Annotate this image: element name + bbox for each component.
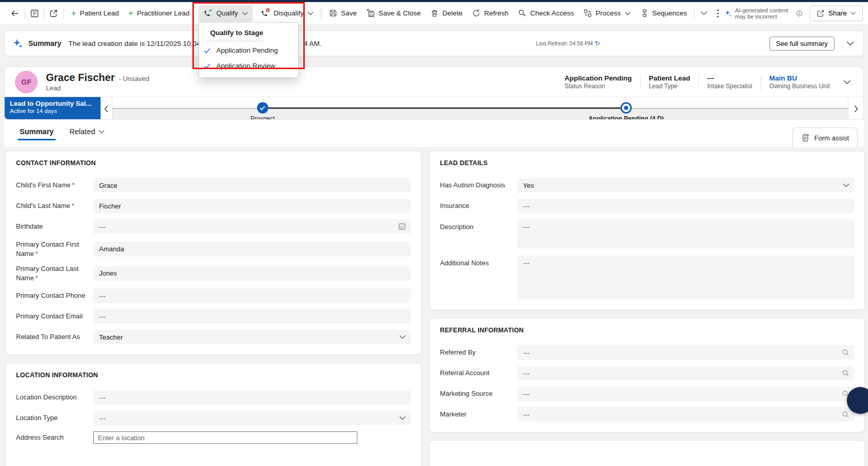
required-asterisk: * xyxy=(72,202,74,210)
summary-text: The lead creation date is 12/11/2025 10:… xyxy=(69,40,207,47)
see-full-summary-button[interactable]: See full summary xyxy=(769,37,834,51)
patient-lead-button[interactable]: + Patient Lead xyxy=(67,5,124,22)
menu-item-application-pending[interactable]: Application Pending xyxy=(199,43,298,58)
related-to-patient-as-select[interactable]: Teacher xyxy=(93,330,411,344)
record-unsaved-flag: - Unsaved xyxy=(119,75,149,83)
share-button[interactable]: Share xyxy=(810,6,863,21)
record-name-row: GF Grace Fischer - Unsaved Lead Applicat… xyxy=(5,67,863,97)
toolbar-separator xyxy=(694,8,695,19)
bpf-forward-button[interactable] xyxy=(848,97,863,120)
childs-first-name-field[interactable]: Grace xyxy=(93,178,411,192)
stage-current-dot xyxy=(620,102,632,114)
summary-refresh-icon[interactable]: ↻ xyxy=(595,40,600,47)
chevron-down-icon xyxy=(700,11,708,15)
practitioner-lead-label: Practitioner Lead xyxy=(137,9,189,17)
summary-text-continued: 4 AM. xyxy=(304,40,322,47)
save-button[interactable]: Save xyxy=(324,5,362,22)
referral-account-lookup[interactable]: --- xyxy=(517,366,854,380)
field-row: Description --- xyxy=(440,219,854,248)
field-row: Primary Contact Phone --- xyxy=(16,288,411,303)
menu-item-application-review[interactable]: Application Review xyxy=(199,59,298,73)
description-field[interactable]: --- xyxy=(517,219,854,248)
additional-notes-field[interactable]: --- xyxy=(517,255,854,299)
summary-collapse-chevron[interactable] xyxy=(846,41,854,46)
field-row: Child's First Name* Grace xyxy=(16,178,411,192)
field-label: Additional Notes xyxy=(440,255,517,268)
bpf-process-name: Lead to Opportunity Sal... xyxy=(10,100,95,107)
address-search-input[interactable] xyxy=(93,431,357,444)
section-title: LOCATION INFORMATION xyxy=(16,372,411,379)
record-header-card: GF Grace Fischer - Unsaved Lead Applicat… xyxy=(4,67,864,120)
date-picker-icon[interactable] xyxy=(398,223,406,231)
field-row: Has Autism Diagnosis Yes xyxy=(440,178,854,192)
header-collapse-chevron[interactable] xyxy=(843,79,851,85)
tab-related[interactable]: Related xyxy=(70,127,105,136)
tab-summary[interactable]: Summary xyxy=(20,127,54,136)
share-icon xyxy=(816,9,825,18)
search-icon[interactable] xyxy=(842,411,849,419)
record-headline-fields: Application Pending Status Reason Patien… xyxy=(556,74,853,90)
qualify-group: Qualify Qualify to Stage Application Pen… xyxy=(199,5,253,22)
bpf-track: Prospect Application Pending (4 D) xyxy=(112,97,863,120)
search-icon[interactable] xyxy=(842,349,849,357)
process-button[interactable]: Process xyxy=(579,5,635,22)
primary-contact-email-field[interactable]: --- xyxy=(93,309,411,324)
insurance-field[interactable]: --- xyxy=(517,199,854,213)
info-icon[interactable] xyxy=(796,10,803,17)
copilot-sparkle-icon xyxy=(13,38,23,49)
practitioner-lead-button[interactable]: + Practitioner Lead xyxy=(124,5,194,22)
referred-by-lookup[interactable]: --- xyxy=(517,345,854,360)
refresh-button[interactable]: Refresh xyxy=(467,5,513,22)
show-form-list-button[interactable] xyxy=(28,5,42,22)
headline-owning-business-unit[interactable]: Main BU Owning Business Unit xyxy=(761,74,838,90)
patient-lead-label: Patient Lead xyxy=(80,9,119,17)
toolbar-separator xyxy=(44,8,44,19)
back-button[interactable] xyxy=(8,5,22,22)
has-autism-diagnosis-select[interactable]: Yes xyxy=(517,178,854,192)
lead-details-section: LEAD DETAILS Has Autism Diagnosis Yes In… xyxy=(429,151,865,310)
refresh-icon xyxy=(472,9,481,18)
bpf-line-segment xyxy=(112,108,263,109)
chevron-down-icon xyxy=(625,11,631,15)
field-row: Marketing Source --- xyxy=(440,387,854,401)
field-label: Child's First Name* xyxy=(16,181,93,190)
delete-button[interactable]: Delete xyxy=(425,5,467,22)
primary-contact-last-name-field[interactable]: Jones xyxy=(93,266,411,281)
location-description-field[interactable]: --- xyxy=(93,390,411,405)
marketer-lookup[interactable]: --- xyxy=(517,407,854,422)
check-access-label: Check Access xyxy=(530,9,574,17)
save-close-icon xyxy=(366,9,375,18)
primary-contact-phone-field[interactable]: --- xyxy=(93,288,411,303)
bpf-active-stage-box[interactable]: Lead to Opportunity Sal... Active for 14… xyxy=(5,97,101,120)
right-column: LEAD DETAILS Has Autism Diagnosis Yes In… xyxy=(429,151,865,466)
chevron-down-icon xyxy=(307,11,314,15)
primary-contact-first-name-field[interactable]: Amanda xyxy=(93,242,411,256)
refresh-label: Refresh xyxy=(484,9,509,17)
bpf-stage-application-pending[interactable]: Application Pending (4 D) xyxy=(588,102,664,120)
field-row: Referral Account --- xyxy=(440,366,854,380)
qualify-button[interactable]: Qualify xyxy=(199,5,253,22)
check-access-button[interactable]: Check Access xyxy=(513,5,579,22)
bpf-back-button[interactable] xyxy=(101,97,112,120)
disqualify-button[interactable]: Disqualify xyxy=(256,5,319,22)
headline-intake-specialist: --- Intake Specialist xyxy=(698,74,760,90)
sequences-button[interactable]: Sequences xyxy=(635,5,692,22)
qualify-label: Qualify xyxy=(217,9,238,17)
bpf-stage-prospect[interactable]: Prospect xyxy=(251,102,275,120)
location-information-section: LOCATION INFORMATION Location Descriptio… xyxy=(5,363,421,466)
more-commands-button[interactable] xyxy=(711,5,725,22)
field-row: Additional Notes --- xyxy=(440,255,854,299)
referral-information-section: REFERRAL INFORMATION Referred By --- Ref… xyxy=(429,318,865,432)
field-label: Location Description xyxy=(16,393,93,402)
location-type-select[interactable]: --- xyxy=(93,411,411,425)
marketing-source-lookup[interactable]: --- xyxy=(517,387,854,401)
birthdate-field[interactable]: --- xyxy=(93,219,411,234)
ai-disclaimer: AI-generated content may be incorrect xyxy=(725,7,803,20)
search-icon[interactable] xyxy=(842,369,849,377)
form-assist-button[interactable]: Form assist xyxy=(792,127,858,148)
toolbar-overflow-chevron-button[interactable] xyxy=(697,5,711,22)
form-body: CONTACT INFORMATION Child's First Name* … xyxy=(0,147,868,466)
open-in-new-window-button[interactable] xyxy=(47,5,61,22)
save-close-button[interactable]: Save & Close xyxy=(362,5,425,22)
childs-last-name-field[interactable]: Fischer xyxy=(93,199,411,213)
